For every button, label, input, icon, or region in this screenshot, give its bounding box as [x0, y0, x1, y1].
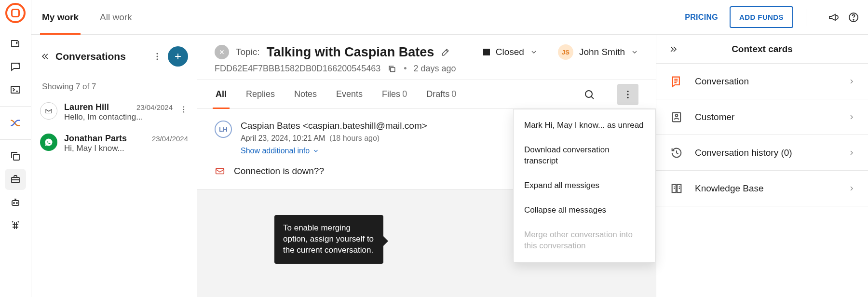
svg-rect-1 [11, 86, 20, 93]
svg-point-19 [627, 96, 628, 98]
svg-point-17 [627, 90, 628, 92]
pricing-link[interactable]: PRICING [685, 13, 718, 22]
message-timestamp: April 23, 2024, 10:21 AM [241, 134, 325, 142]
svg-point-16 [585, 91, 592, 97]
svg-point-6 [16, 202, 17, 203]
add-funds-button[interactable]: ADD FUNDS [730, 6, 793, 28]
tab-all-work[interactable]: All work [98, 0, 134, 34]
topbar: My work All work PRICING ADD FUNDS [31, 0, 868, 35]
chevron-right-icon [848, 149, 855, 157]
message-filter-tabs: All Replies Notes Events Files0 Drafts0 [197, 80, 656, 109]
item-date: 23/04/2024 [136, 103, 173, 111]
svg-rect-20 [216, 169, 224, 174]
app-iconbar [0, 0, 31, 297]
assignee-avatar: JS [558, 44, 573, 60]
chevron-right-icon [848, 78, 855, 85]
help-icon[interactable] [848, 12, 859, 23]
menu-merge: Merge other conversation into this conve… [514, 223, 655, 258]
merge-tooltip: To enable merging option, assign yoursel… [274, 215, 383, 264]
briefcase-icon[interactable] [5, 169, 26, 190]
filter-tab-all[interactable]: All [215, 80, 228, 108]
svg-point-9 [157, 53, 158, 54]
svg-point-18 [627, 94, 628, 95]
chevron-right-icon [848, 185, 855, 192]
card-history[interactable]: Conversation history (0) [656, 135, 868, 171]
filter-tab-drafts[interactable]: Drafts0 [425, 80, 457, 108]
list-item[interactable]: Lauren Hill 23/04/2024 Hello, Im contact… [31, 96, 197, 128]
conversation-menu: Mark Hi, May I know... as unread Downloa… [513, 109, 656, 263]
conversation-list-title: Conversations [55, 51, 147, 62]
svg-rect-15 [391, 67, 395, 71]
message-relative-time: (18 hours ago) [329, 134, 380, 142]
message-subject: Connection is down?? [234, 166, 324, 176]
list-item[interactable]: Jonathan Parts 23/04/2024 Hi, May I know… [31, 128, 197, 159]
conversation-view: Topic: Talking with Caspian Bates Closed… [197, 35, 656, 297]
collapse-list-icon[interactable] [40, 52, 50, 61]
terminal-icon[interactable] [5, 79, 26, 100]
conversation-age: 2 days ago [414, 64, 456, 74]
svg-point-13 [183, 109, 184, 110]
card-knowledge[interactable]: Knowledge Base [656, 171, 868, 206]
svg-point-14 [183, 111, 184, 112]
list-more-icon[interactable] [152, 52, 162, 61]
collapse-panel-icon[interactable] [669, 44, 678, 54]
svg-point-10 [157, 56, 158, 57]
search-icon[interactable] [579, 84, 600, 105]
card-label: Conversation history (0) [695, 148, 837, 158]
chevron-down-icon [631, 48, 638, 56]
chat-alert-icon[interactable] [5, 56, 26, 77]
close-conversation-icon[interactable] [215, 45, 229, 59]
assignee-dropdown[interactable]: JS John Smith [558, 44, 638, 60]
svg-point-12 [183, 107, 184, 108]
history-card-icon [669, 146, 684, 160]
contact-name: Lauren Hill [64, 102, 133, 112]
filter-tab-notes[interactable]: Notes [293, 80, 318, 108]
contact-name: Jonathan Parts [64, 134, 148, 144]
status-text: Closed [496, 47, 524, 57]
copy-id-icon[interactable] [387, 64, 397, 74]
conversation-menu-icon[interactable] [617, 84, 638, 105]
topic-label: Topic: [236, 47, 260, 57]
menu-expand-all[interactable]: Expand all messiges [514, 174, 655, 198]
knowledge-card-icon [669, 182, 684, 195]
menu-collapse-all[interactable]: Collapse all messages [514, 198, 655, 223]
svg-point-5 [14, 202, 14, 203]
item-more-icon[interactable] [179, 102, 188, 114]
tab-my-work[interactable]: My work [40, 0, 81, 34]
filter-tab-events[interactable]: Events [335, 80, 364, 108]
card-label: Customer [695, 112, 837, 122]
item-preview: Hello, Im contacting... [64, 112, 173, 122]
showing-count: Showing 7 of 7 [31, 75, 197, 96]
filter-tab-files[interactable]: Files0 [381, 80, 408, 108]
edit-topic-icon[interactable] [441, 47, 450, 57]
status-dropdown[interactable]: Closed [483, 47, 538, 57]
menu-mark-unread[interactable]: Mark Hi, May I know... as unread [514, 113, 655, 138]
card-label: Conversation [695, 76, 837, 87]
announcements-icon[interactable] [827, 12, 839, 23]
customer-card-icon [669, 110, 684, 124]
chevron-right-icon [848, 113, 855, 121]
show-additional-info[interactable]: Show additional info [241, 147, 427, 155]
item-preview: Hi, May I know... [64, 144, 188, 153]
chevron-down-icon [530, 48, 538, 56]
hash-icon[interactable] [5, 215, 26, 236]
menu-download-transcript[interactable]: Download conversation transcript [514, 138, 655, 174]
copy-icon[interactable] [5, 146, 26, 167]
whatsapp-channel-icon [40, 134, 57, 151]
bot-icon[interactable] [5, 192, 26, 213]
sender-avatar: LH [215, 121, 232, 138]
conversation-card-icon [669, 75, 684, 88]
conversation-id: FDD62E4F7BBB1582DB0D166200545463 [215, 64, 380, 74]
card-customer[interactable]: Customer [656, 99, 868, 135]
new-conversation-button[interactable] [168, 46, 188, 67]
shuffle-icon[interactable] [5, 112, 26, 134]
svg-point-0 [18, 63, 20, 65]
app-logo[interactable] [5, 3, 26, 23]
outbox-icon[interactable] [5, 33, 26, 54]
conversation-list: Conversations Showing 7 of 7 Lauren Hill… [31, 35, 197, 297]
svg-rect-2 [14, 154, 19, 160]
card-conversation[interactable]: Conversation [656, 64, 868, 99]
svg-point-8 [853, 19, 854, 20]
topic-title: Talking with Caspian Bates [267, 45, 434, 60]
filter-tab-replies[interactable]: Replies [245, 80, 276, 108]
